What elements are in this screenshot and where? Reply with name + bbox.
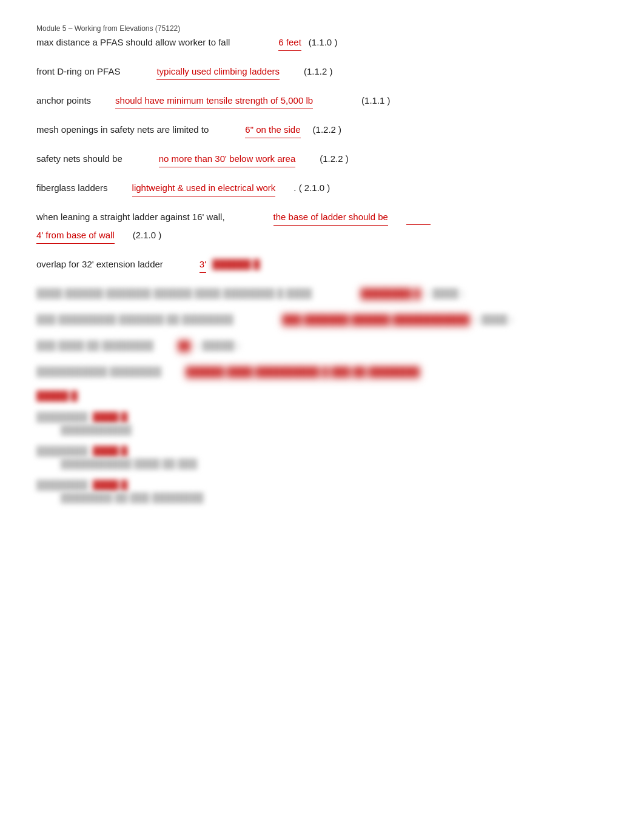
blurred-row-2: ███ █████████ ███████ ██ ████████ ███ ██…: [36, 312, 608, 327]
question-row-2: front D-ring on PFAS typically used clim…: [36, 64, 608, 80]
q3-answer: should have minimum tensile strength of …: [115, 93, 313, 109]
q3-prefix: anchor points: [36, 93, 91, 108]
q6-ref: . ( 2.1.0 ): [293, 181, 330, 195]
question-row-7b: 4' from base of wall (2.1.0 ): [36, 228, 608, 244]
q7b-ref: (2.1.0 ): [133, 228, 162, 243]
q5-answer: no more than 30' below work area: [159, 152, 296, 167]
blurred-section-item3: ████████ ████ █ ███████████ ████ ██ ███: [36, 446, 608, 469]
q8-blurred-ref: ██████ █: [212, 257, 260, 272]
question-row-7a: when leaning a straight ladder against 1…: [36, 210, 608, 226]
blurred-row-4: ███████████ ████████ ██████ ████ ███████…: [36, 364, 608, 380]
question-row-6: fiberglass ladders lightweight & used in…: [36, 181, 608, 196]
q2-prefix: front D-ring on PFAS: [36, 64, 120, 79]
question-row-5: safety nets should be no more than 30' b…: [36, 152, 608, 167]
q7b-answer: 4' from base of wall: [36, 228, 115, 244]
q7a-underline: [406, 210, 431, 225]
q1-prefix: max distance a PFAS should allow worker …: [36, 35, 230, 50]
question-row-3: anchor points should have minimum tensil…: [36, 93, 608, 109]
question-row-1: max distance a PFAS should allow worker …: [36, 35, 608, 51]
q4-answer: 6" on the side: [245, 122, 300, 138]
q8-answer: 3': [200, 257, 206, 273]
q7a-prefix: when leaning a straight ladder against 1…: [36, 210, 225, 224]
q1-ref: (1.1.0 ): [309, 35, 338, 50]
q5-ref: (1.2.2 ): [320, 152, 349, 166]
module-title: Module 5 – Working from Elevations (7512…: [36, 24, 608, 33]
q6-answer: lightweight & used in electrical work: [132, 181, 276, 196]
blurred-row-3: ███ ████ ██ ████████ ██ ( █████ ): [36, 338, 608, 354]
blurred-section-item1: █████ █: [36, 391, 608, 401]
q8-prefix: overlap for 32' extension ladder: [36, 257, 163, 272]
q3-ref: (1.1.1 ): [361, 93, 391, 108]
q1-answer: 6 feet: [278, 35, 301, 51]
q4-prefix: mesh openings in safety nets are limited…: [36, 122, 209, 137]
q6-prefix: fiberglass ladders: [36, 181, 108, 195]
question-row-8: overlap for 32' extension ladder 3' ████…: [36, 257, 608, 273]
q7a-answer: the base of ladder should be: [273, 210, 388, 226]
blurred-section-item4: ████████ ████ █ ████████ ██ ███ ████████: [36, 480, 608, 503]
q5-prefix: safety nets should be: [36, 152, 122, 166]
q2-answer: typically used climbing ladders: [156, 64, 280, 80]
blurred-row-1: ████ ██████ ███████ ██████ ████ ████████…: [36, 286, 608, 301]
question-row-4: mesh openings in safety nets are limited…: [36, 122, 608, 138]
blurred-section-item2: ████████ ████ █ ███████████: [36, 412, 608, 435]
q4-ref: (1.2.2 ): [313, 122, 342, 137]
q2-ref: (1.1.2 ): [304, 64, 333, 79]
